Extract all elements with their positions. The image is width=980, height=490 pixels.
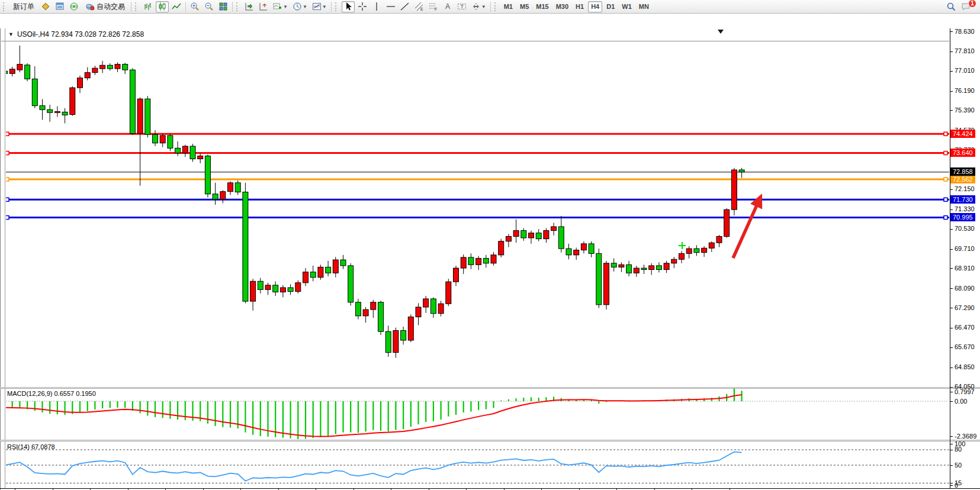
equidistant-channel-button[interactable]: E (413, 1, 426, 12)
main-toolbar: 新订单 自动交易 ▼ ▼ ▼ E F A T ▼ M1M5M15M30H (0, 0, 980, 14)
timeframe-m5-button[interactable]: M5 (517, 1, 532, 12)
zoom-out-button[interactable] (203, 1, 216, 12)
indicators-button[interactable]: ▼ (271, 1, 290, 12)
templates-button[interactable]: ▼ (310, 1, 329, 12)
fibonacci-button[interactable]: F (427, 1, 440, 12)
chevron-down-icon: ▼ (481, 4, 486, 9)
toolbar-grip[interactable] (3, 2, 7, 11)
text-button[interactable]: A (441, 1, 454, 12)
candlestick-button[interactable] (156, 1, 169, 12)
line-chart-button[interactable] (170, 1, 183, 12)
chevron-down-icon: ▼ (303, 4, 307, 9)
notification-badge: 1 (968, 0, 976, 8)
current-price-label: 72.858 (950, 167, 975, 176)
periods-button[interactable]: ▼ (291, 1, 309, 12)
search-icon[interactable] (944, 1, 958, 12)
toolbar-grip[interactable] (236, 2, 240, 11)
timeframe-m30-button[interactable]: M30 (553, 1, 571, 12)
price-line-label: 71.730 (950, 195, 975, 204)
diamond-icon[interactable] (39, 1, 52, 12)
one-click-trading-toggle-icon[interactable]: ▼ (8, 31, 14, 37)
toolbar-grip[interactable] (135, 2, 139, 11)
new-order-button[interactable]: 新订单 (9, 1, 38, 12)
chart-shift-button[interactable] (257, 1, 270, 12)
arrows-button[interactable]: ▼ (470, 1, 488, 12)
autotrading-icon (85, 2, 95, 11)
timeframe-m15-button[interactable]: M15 (533, 1, 551, 12)
svg-text:E: E (420, 7, 423, 11)
chart-symbol-info[interactable]: ▼ USOil-,H4 72.934 73.028 72.826 72.858 (8, 30, 144, 38)
price-line-label: 74.424 (950, 130, 975, 138)
chart-window[interactable]: ▼ USOil-,H4 72.934 73.028 72.826 72.858 … (0, 14, 980, 486)
toolbar-grip[interactable] (494, 2, 499, 11)
signals-icon[interactable] (68, 1, 81, 12)
tile-windows-button[interactable] (217, 1, 230, 12)
terminal-icon[interactable] (53, 1, 66, 12)
timeframe-h4-button[interactable]: H4 (588, 1, 602, 12)
vertical-line-button[interactable] (370, 1, 383, 12)
chart-shift-marker[interactable] (718, 30, 724, 34)
chat-button[interactable]: 1 (959, 1, 973, 12)
zoom-in-button[interactable] (188, 1, 201, 12)
trendline-button[interactable] (399, 1, 412, 12)
timeframe-w1-button[interactable]: W1 (619, 1, 635, 12)
svg-text:F: F (435, 7, 437, 11)
macd-label: MACD(12,26,9) 0.6557 0.1950 (7, 390, 96, 397)
price-line-label: 73.640 (950, 149, 975, 157)
svg-text:T: T (460, 4, 464, 9)
rsi-label: RSI(14) 67.0878 (7, 443, 55, 450)
timeframe-d1-button[interactable]: D1 (603, 1, 618, 12)
chevron-down-icon: ▼ (283, 4, 288, 9)
text-label-button[interactable]: T (455, 1, 468, 12)
crosshair-button[interactable] (356, 1, 369, 12)
chevron-down-icon: ▼ (322, 4, 327, 9)
autotrading-button[interactable]: 自动交易 (82, 1, 128, 12)
terminal-window: 新订单 自动交易 ▼ ▼ ▼ E F A T ▼ M1M5M15M30H (0, 0, 980, 490)
toolbar-grip[interactable] (335, 2, 339, 11)
horizontal-line-button[interactable] (384, 1, 397, 12)
bar-chart-button[interactable] (142, 1, 155, 12)
timeframe-h1-button[interactable]: H1 (573, 1, 587, 12)
timeframe-m1-button[interactable]: M1 (501, 1, 516, 12)
svg-text:A: A (445, 2, 450, 11)
timeframe-mn-button[interactable]: MN (636, 1, 652, 12)
price-line-label: 70.995 (950, 213, 975, 221)
symbol-ohlc-text: USOil-,H4 72.934 73.028 72.826 72.858 (17, 30, 144, 38)
price-line-label: 72.562 (950, 175, 975, 183)
chart-plot[interactable] (0, 14, 980, 490)
auto-scroll-button[interactable] (243, 1, 256, 12)
cursor-button[interactable] (342, 1, 355, 12)
